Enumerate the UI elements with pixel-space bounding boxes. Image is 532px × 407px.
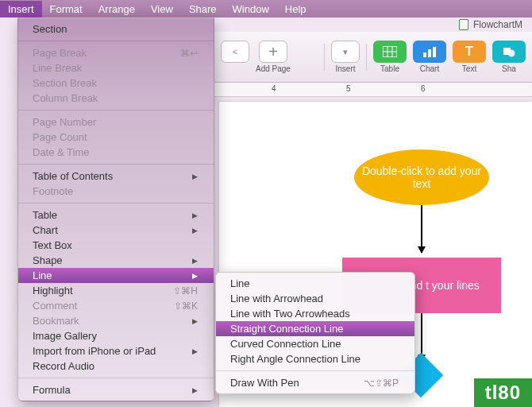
submenu-arrow-icon: ▶ xyxy=(192,272,198,280)
shape-icon xyxy=(492,41,526,63)
toolbar-table-label: Table xyxy=(380,64,399,73)
toolbar-shape[interactable]: Sha xyxy=(492,41,526,73)
insert-menu-dropdown: SectionPage Break⌘↩Line BreakSection Bre… xyxy=(17,17,214,401)
line-submenu-item[interactable]: Line xyxy=(216,276,414,291)
toolbar-chart-label: Chart xyxy=(420,64,439,73)
menu-item-label: Line Break xyxy=(33,62,82,74)
svg-rect-6 xyxy=(433,47,436,57)
menu-format[interactable]: Format xyxy=(42,1,91,17)
insert-menu-item[interactable]: Image Gallery xyxy=(18,328,214,343)
insert-menu-item: Section Break xyxy=(18,76,214,91)
toolbar-shape-label: Sha xyxy=(502,64,516,73)
submenu-arrow-icon: ▶ xyxy=(192,386,198,394)
flowchart-arrow[interactable] xyxy=(421,205,422,253)
line-submenu-item[interactable]: Line with Arrowhead xyxy=(216,291,414,306)
insert-menu-item[interactable]: Highlight⇧⌘H xyxy=(18,283,214,298)
menu-item-label: Line xyxy=(33,269,52,281)
insert-icon: ▾ xyxy=(331,41,360,63)
menu-item-label: Column Break xyxy=(33,92,98,104)
menu-separator xyxy=(18,41,214,41)
insert-menu-item: Footnote xyxy=(18,184,214,199)
menu-insert[interactable]: Insert xyxy=(0,1,42,17)
svg-point-8 xyxy=(508,50,515,57)
menu-help[interactable]: Help xyxy=(277,1,314,17)
menu-item-label: Import from iPhone or iPad xyxy=(33,345,156,357)
menu-item-label: Section Break xyxy=(33,77,97,89)
toolbar-divider xyxy=(324,44,325,71)
menu-item-label: Line with Two Arrowheads xyxy=(230,308,350,320)
line-submenu-item[interactable]: Line with Two Arrowheads xyxy=(216,306,414,321)
insert-menu-item: Bookmark▶ xyxy=(18,313,214,328)
line-submenu: LineLine with ArrowheadLine with Two Arr… xyxy=(215,272,415,394)
line-submenu-item[interactable]: Straight Connection Line xyxy=(216,321,414,336)
svg-rect-5 xyxy=(428,49,431,57)
insert-menu-item[interactable]: Line▶ xyxy=(18,268,214,283)
menu-arrange[interactable]: Arrange xyxy=(91,1,143,17)
svg-rect-4 xyxy=(423,52,426,57)
ruler-mark: 5 xyxy=(346,84,351,93)
menu-item-shortcut: ⌘↩ xyxy=(180,48,198,59)
menu-separator xyxy=(216,370,414,371)
menu-item-label: Curved Connection Line xyxy=(230,338,341,350)
menu-item-label: Chart xyxy=(33,224,58,236)
menu-item-label: Date & Time xyxy=(33,146,90,158)
menu-item-label: Page Break xyxy=(33,47,87,59)
plus-icon: + xyxy=(259,41,287,63)
menu-item-shortcut: ⇧⌘K xyxy=(174,300,198,312)
ruler: 4 5 6 xyxy=(214,83,532,97)
insert-menu-item[interactable]: Import from iPhone or iPad▶ xyxy=(18,343,214,359)
menu-item-label: Page Count xyxy=(33,131,87,143)
submenu-arrow-icon: ▶ xyxy=(192,317,198,325)
insert-menu-item[interactable]: Table of Contents▶ xyxy=(18,169,214,184)
line-submenu-item[interactable]: Curved Connection Line xyxy=(216,336,414,351)
line-submenu-item[interactable]: Right Angle Connection Line xyxy=(216,351,414,366)
submenu-arrow-icon: ▶ xyxy=(192,227,198,235)
menu-item-label: Line with Arrowhead xyxy=(230,293,323,304)
chevron-left-icon: < xyxy=(221,41,249,63)
menu-item-label: Image Gallery xyxy=(33,330,97,342)
menu-separator xyxy=(18,378,214,378)
submenu-arrow-icon: ▶ xyxy=(192,172,198,180)
toolbar-text[interactable]: T Text xyxy=(453,41,486,73)
insert-menu-item[interactable]: Section xyxy=(18,21,214,37)
line-submenu-item[interactable]: Draw With Pen⌥⇧⌘P xyxy=(216,375,414,390)
toolbar-insert[interactable]: ▾ Insert xyxy=(331,41,360,73)
table-icon xyxy=(373,41,407,63)
menu-share[interactable]: Share xyxy=(181,1,225,17)
menu-item-label: Formula xyxy=(33,384,71,396)
toolbar-table[interactable]: Table xyxy=(373,41,407,73)
menu-view[interactable]: View xyxy=(143,1,181,17)
submenu-arrow-icon: ▶ xyxy=(192,211,198,219)
insert-menu-item[interactable]: Table▶ xyxy=(18,207,214,223)
text-icon: T xyxy=(453,41,486,63)
flowchart-terminator-shape[interactable]: Double-click to add your text xyxy=(354,149,489,205)
menu-item-label: Page Number xyxy=(33,116,96,128)
menu-item-label: Line xyxy=(230,277,250,289)
insert-menu-item: Page Count xyxy=(18,130,214,145)
toolbar-chart[interactable]: Chart xyxy=(413,41,446,73)
insert-menu-item: Page Break⌘↩ xyxy=(18,45,214,60)
toolbar-text-label: Text xyxy=(462,64,476,73)
window-titlebar: FlowchartM xyxy=(459,17,532,32)
insert-menu-item[interactable]: Shape▶ xyxy=(18,253,214,268)
toolbar-add-page[interactable]: + Add Page xyxy=(256,41,291,73)
menu-item-label: Bookmark xyxy=(33,315,79,327)
menu-separator xyxy=(18,110,214,110)
menu-item-label: Shape xyxy=(33,254,63,266)
insert-menu-item: Column Break xyxy=(18,91,214,106)
insert-menu-item[interactable]: Chart▶ xyxy=(18,223,214,238)
insert-menu-item[interactable]: Formula▶ xyxy=(18,382,214,397)
menu-window[interactable]: Window xyxy=(225,1,277,17)
insert-menu-item[interactable]: Text Box xyxy=(18,238,214,253)
menu-item-shortcut: ⇧⌘H xyxy=(173,285,198,297)
ruler-mark: 4 xyxy=(272,84,276,93)
toolbar-prev[interactable]: < xyxy=(221,41,249,73)
menu-item-label: Straight Connection Line xyxy=(230,323,343,335)
insert-menu-item: Date & Time xyxy=(18,145,214,160)
menu-item-label: Section xyxy=(33,23,67,35)
menu-item-shortcut: ⌥⇧⌘P xyxy=(364,378,399,389)
ruler-mark: 6 xyxy=(421,84,426,93)
toolbar: < + Add Page ▾ Insert Table Chart T Text… xyxy=(214,32,532,83)
insert-menu-item[interactable]: Record Audio xyxy=(18,359,214,374)
menubar: Insert Format Arrange View Share Window … xyxy=(0,0,532,17)
